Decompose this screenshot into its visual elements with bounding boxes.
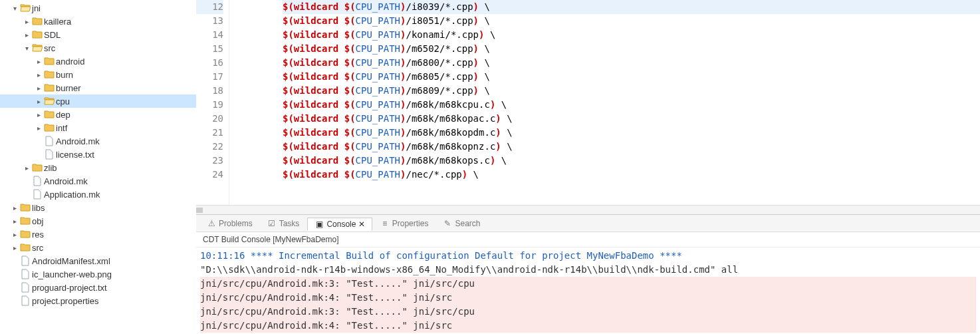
line-number: 19 <box>196 98 223 112</box>
expand-icon[interactable]: ▸ <box>21 31 32 39</box>
collapse-icon[interactable]: ▾ <box>21 45 32 52</box>
expand-icon[interactable]: ▸ <box>33 84 44 92</box>
code-line[interactable]: $(wildcard $(CPU_PATH)/konami/*.cpp) \ <box>283 28 980 42</box>
tree-item-burn[interactable]: ▸burn <box>0 68 196 81</box>
expand-icon[interactable]: ▸ <box>9 244 20 251</box>
tree-item-label: res <box>32 230 44 240</box>
code-line[interactable]: $(wildcard $(CPU_PATH)/m68k/m68kopac.c) … <box>283 112 980 126</box>
folder-closed-icon <box>32 162 43 173</box>
properties-icon: ≡ <box>380 219 390 228</box>
tree-item-src[interactable]: ▾src <box>0 41 196 55</box>
horizontal-scrollbar[interactable] <box>196 205 980 214</box>
code-line[interactable]: $(wildcard $(CPU_PATH)/m68k/m68kops.c) \ <box>283 154 980 168</box>
code-line[interactable]: $(wildcard $(CPU_PATH)/m6805/*.cpp) \ <box>283 70 980 84</box>
tab-problems[interactable]: ⚠Problems <box>200 218 259 230</box>
editor-console-area: 12131415161718192021222324 $(wildcard $(… <box>196 0 980 334</box>
folder-closed-icon <box>20 216 31 226</box>
file-icon <box>32 176 43 186</box>
tree-item-androidmanifest-xml[interactable]: AndroidManifest.xml <box>0 254 196 267</box>
line-number: 13 <box>196 14 223 28</box>
tree-item-label: src <box>32 243 43 253</box>
line-number: 12 <box>196 0 223 14</box>
tree-item-label: dep <box>56 110 70 120</box>
tree-item-label: Android.mk <box>56 136 100 146</box>
tree-item-label: libs <box>32 203 45 213</box>
tree-item-label: cpu <box>56 96 70 106</box>
tree-item-proguard-project-txt[interactable]: proguard-project.txt <box>0 281 196 294</box>
line-number: 18 <box>196 84 223 98</box>
tab-label: Properties <box>392 219 429 228</box>
tree-item-obj[interactable]: ▸obj <box>0 214 196 228</box>
tree-item-libs[interactable]: ▸libs <box>0 201 196 214</box>
tree-item-label: SDL <box>44 30 61 40</box>
tree-item-zlib[interactable]: ▸zlib <box>0 161 196 174</box>
tree-item-jni[interactable]: ▾jni <box>0 1 196 15</box>
tree-item-label: burn <box>56 70 73 80</box>
tree-item-res[interactable]: ▸res <box>0 228 196 241</box>
tree-item-sdl[interactable]: ▸SDL <box>0 28 196 41</box>
tree-item-ic-launcher-web-png[interactable]: ic_launcher-web.png <box>0 267 196 281</box>
tab-label: Problems <box>219 219 253 228</box>
tab-console[interactable]: ▣Console ✕ <box>307 218 372 231</box>
code-line[interactable]: $(wildcard $(CPU_PATH)/m68k/m68kopdm.c) … <box>283 126 980 140</box>
code-line[interactable]: $(wildcard $(CPU_PATH)/i8039/*.cpp) \ <box>283 0 980 14</box>
tree-item-label: AndroidManifest.xml <box>32 256 110 266</box>
code-line[interactable]: $(wildcard $(CPU_PATH)/m6809/*.cpp) \ <box>283 84 980 98</box>
tree-item-label: intf <box>56 123 67 133</box>
line-number: 21 <box>196 126 223 140</box>
tasks-icon: ☑ <box>267 219 277 228</box>
tree-item-src[interactable]: ▸src <box>0 241 196 254</box>
project-tree[interactable]: ▾jni▸kaillera▸SDL▾src▸android▸burn▸burne… <box>0 0 196 334</box>
code-line[interactable]: $(wildcard $(CPU_PATH)/i8051/*.cpp) \ <box>283 14 980 28</box>
line-number: 15 <box>196 42 223 56</box>
tree-item-android-mk[interactable]: Android.mk <box>0 174 196 188</box>
folder-closed-icon <box>44 69 55 80</box>
file-icon <box>20 282 31 293</box>
expand-icon[interactable]: ▸ <box>33 124 44 132</box>
folder-open-icon <box>20 3 31 13</box>
expand-icon[interactable]: ▸ <box>33 58 44 65</box>
console-output[interactable]: 10:11:16 **** Incremental Build of confi… <box>196 248 980 334</box>
expand-icon[interactable]: ▸ <box>9 231 20 238</box>
expand-icon[interactable]: ▸ <box>9 218 20 225</box>
line-number: 22 <box>196 140 223 154</box>
code-line[interactable]: $(wildcard $(CPU_PATH)/m68k/m68kopnz.c) … <box>283 140 980 154</box>
expand-icon[interactable]: ▸ <box>21 18 32 25</box>
console-line: jni/src/cpu/Android.mk:4: "Test....." jn… <box>200 319 976 333</box>
tab-tasks[interactable]: ☑Tasks <box>261 218 306 230</box>
tab-search[interactable]: ✎Search <box>436 218 487 230</box>
file-icon <box>32 189 43 200</box>
expand-icon[interactable]: ▸ <box>33 111 44 118</box>
folder-closed-icon <box>20 242 31 253</box>
tab-properties[interactable]: ≡Properties <box>374 218 435 230</box>
expand-icon[interactable]: ▸ <box>33 71 44 79</box>
code-editor[interactable]: 12131415161718192021222324 $(wildcard $(… <box>196 0 980 205</box>
tree-item-dep[interactable]: ▸dep <box>0 108 196 121</box>
console-line: "D:\\sdk\\android-ndk-r14b-windows-x86_6… <box>200 263 976 277</box>
folder-closed-icon <box>32 16 43 27</box>
view-tabs: ⚠Problems☑Tasks▣Console ✕≡Properties✎Sea… <box>196 215 980 232</box>
tree-item-android[interactable]: ▸android <box>0 55 196 68</box>
tree-item-intf[interactable]: ▸intf <box>0 121 196 134</box>
tree-item-label: obj <box>32 216 43 226</box>
tree-item-kaillera[interactable]: ▸kaillera <box>0 15 196 28</box>
tree-item-application-mk[interactable]: Application.mk <box>0 188 196 201</box>
code-line[interactable]: $(wildcard $(CPU_PATH)/nec/*.cpp) \ <box>283 168 980 182</box>
line-number: 20 <box>196 112 223 126</box>
console-icon: ▣ <box>314 220 324 229</box>
code-line[interactable]: $(wildcard $(CPU_PATH)/m6800/*.cpp) \ <box>283 56 980 70</box>
expand-icon[interactable]: ▸ <box>33 98 44 105</box>
tree-item-burner[interactable]: ▸burner <box>0 81 196 94</box>
expand-icon[interactable]: ▸ <box>21 164 32 172</box>
tree-item-android-mk[interactable]: Android.mk <box>0 134 196 148</box>
tree-item-license-txt[interactable]: license.txt <box>0 148 196 161</box>
code-line[interactable]: $(wildcard $(CPU_PATH)/m6502/*.cpp) \ <box>283 42 980 56</box>
tree-item-label: zlib <box>44 163 57 173</box>
code-line[interactable]: $(wildcard $(CPU_PATH)/m68k/m68kcpu.c) \ <box>283 98 980 112</box>
expand-icon[interactable]: ▸ <box>9 204 20 212</box>
code-content[interactable]: $(wildcard $(CPU_PATH)/i8039/*.cpp) \$(w… <box>229 0 980 205</box>
tree-item-cpu[interactable]: ▸cpu <box>0 94 196 108</box>
collapse-icon[interactable]: ▾ <box>9 5 20 12</box>
tab-label: Console ✕ <box>326 220 364 229</box>
tree-item-project-properties[interactable]: project.properties <box>0 294 196 307</box>
